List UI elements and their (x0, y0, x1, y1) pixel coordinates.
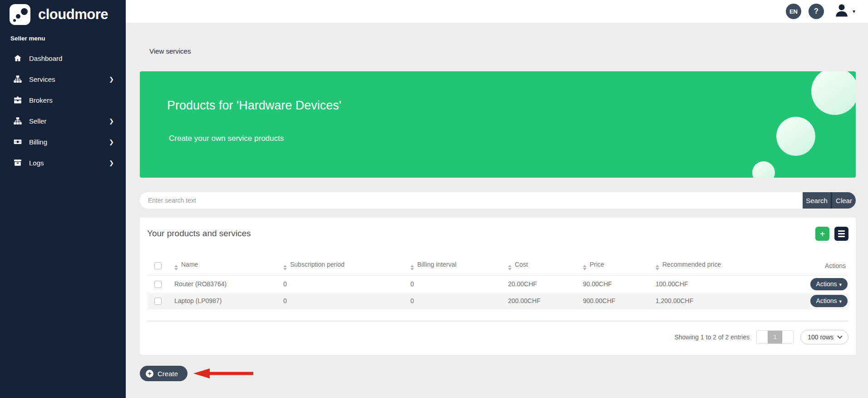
decorative-bubble (811, 71, 856, 115)
row-actions-button[interactable]: Actions▾ (810, 295, 848, 307)
rows-per-page-select[interactable]: 100 rows (800, 330, 848, 344)
list-icon (838, 230, 845, 232)
user-menu[interactable]: ▾ (834, 3, 855, 20)
pagination: Showing 1 to 2 of 2 entries 1 100 rows (147, 330, 848, 344)
create-row: + Create (140, 366, 856, 381)
sort-icon (656, 265, 659, 270)
products-table: Name Subscription period Billing interva… (147, 257, 848, 309)
briefcase-icon (14, 96, 22, 104)
column-header-price[interactable]: Price (583, 257, 656, 276)
sidebar-item-seller[interactable]: Seller ❯ (0, 110, 126, 131)
sidebar-item-label: Brokers (29, 96, 53, 104)
sidebar-item-services[interactable]: Services ❯ (0, 69, 126, 90)
chevron-down-icon (837, 333, 842, 338)
column-header-actions: Actions (764, 257, 848, 276)
cloudmore-logo-icon (10, 4, 30, 25)
row-actions-button[interactable]: Actions▾ (810, 278, 848, 290)
cell-billing-interval: 0 (410, 293, 508, 309)
cell-cost: 200.00CHF (508, 293, 583, 309)
add-product-button[interactable]: + (815, 227, 829, 241)
seller-menu-label: Seller menu (10, 35, 126, 42)
cell-recommended-price: 1,200.00CHF (656, 293, 764, 309)
previous-page-button[interactable] (757, 331, 768, 343)
cell-recommended-price: 100.00CHF (656, 276, 764, 293)
card-toolbar: + (815, 227, 848, 241)
help-button[interactable]: ? (809, 4, 824, 19)
caret-down-icon: ▾ (839, 298, 842, 304)
column-header-recommended-price[interactable]: Recommended price (656, 257, 764, 276)
sidebar-item-label: Seller (29, 117, 46, 125)
table-row: Laptop (LP0987) 0 0 200.00CHF 900.00CHF … (147, 293, 848, 309)
caret-down-icon: ▾ (839, 282, 842, 287)
chevron-right-icon: ❯ (109, 160, 114, 166)
table-header-row: Name Subscription period Billing interva… (147, 257, 848, 276)
current-page[interactable]: 1 (768, 331, 782, 343)
sidebar: cloudmore Seller menu Dashboard Services… (0, 0, 126, 398)
next-page-button[interactable] (782, 331, 793, 343)
column-header-name[interactable]: Name (174, 257, 283, 276)
page-content: View services Products for 'Hardware Dev… (126, 23, 868, 398)
home-icon (14, 54, 22, 62)
products-card: Your products and services + Name (140, 218, 856, 355)
topbar: EN ? ▾ (126, 0, 868, 23)
column-header-subscription-period[interactable]: Subscription period (283, 257, 410, 276)
avatar-icon (834, 3, 849, 20)
red-arrow-annotation (193, 367, 253, 380)
sidebar-item-label: Services (29, 75, 55, 83)
list-view-button[interactable] (834, 227, 848, 241)
page-subtitle: Create your own service products (169, 134, 284, 143)
clear-button[interactable]: Clear (831, 192, 856, 209)
cell-subscription-period: 0 (283, 276, 410, 293)
sort-icon (583, 265, 587, 270)
sidebar-item-dashboard[interactable]: Dashboard (0, 48, 126, 69)
card-title: Your products and services (147, 227, 251, 239)
row-checkbox[interactable] (154, 298, 162, 305)
sitemap-icon (14, 117, 22, 125)
sidebar-item-billing[interactable]: Billing ❯ (0, 131, 126, 152)
column-header-cost[interactable]: Cost (508, 257, 583, 276)
select-all-checkbox[interactable] (154, 262, 162, 269)
search-button[interactable]: Search (803, 192, 831, 209)
sidebar-item-brokers[interactable]: Brokers (0, 90, 126, 110)
pagination-summary: Showing 1 to 2 of 2 entries (674, 333, 750, 341)
cell-price: 90.00CHF (583, 276, 656, 293)
page-banner: Products for 'Hardware Devices' Create y… (140, 71, 856, 178)
cell-billing-interval: 0 (410, 276, 508, 293)
cell-price: 900.00CHF (583, 293, 656, 309)
search-bar: Search Clear (140, 192, 856, 209)
cell-name: Router (RO83764) (174, 276, 283, 293)
sidebar-item-logs[interactable]: Logs ❯ (0, 152, 126, 173)
table-footer-divider (147, 321, 848, 321)
card-header: Your products and services + (147, 218, 848, 241)
brand-wordmark: cloudmore (38, 6, 108, 23)
create-button[interactable]: + Create (140, 366, 187, 381)
sidebar-nav: Dashboard Services ❯ Brokers Seller ❯ (0, 48, 126, 173)
decorative-bubble (752, 161, 775, 178)
search-input[interactable] (140, 192, 803, 209)
caret-down-icon: ▾ (853, 8, 855, 15)
sitemap-icon (14, 75, 22, 83)
language-button[interactable]: EN (786, 4, 801, 19)
cell-subscription-period: 0 (283, 293, 410, 309)
sort-icon (283, 265, 287, 270)
row-checkbox[interactable] (154, 281, 162, 288)
money-icon (14, 138, 22, 146)
sort-icon (410, 265, 414, 270)
table-row: Router (RO83764) 0 0 20.00CHF 90.00CHF 1… (147, 276, 848, 293)
breadcrumb-view-services[interactable]: View services (149, 47, 191, 55)
column-header-billing-interval[interactable]: Billing interval (410, 257, 508, 276)
cell-name: Laptop (LP0987) (174, 293, 283, 309)
cell-cost: 20.00CHF (508, 276, 583, 293)
sort-icon (508, 265, 512, 270)
chevron-right-icon: ❯ (109, 118, 114, 124)
paginator: 1 (756, 330, 794, 344)
chevron-right-icon: ❯ (109, 76, 114, 82)
sidebar-item-label: Billing (29, 138, 47, 146)
decorative-bubble (776, 117, 815, 156)
page-title: Products for 'Hardware Devices' (167, 99, 341, 113)
sidebar-item-label: Dashboard (29, 55, 62, 62)
sidebar-item-label: Logs (29, 159, 44, 167)
chevron-right-icon: ❯ (109, 139, 114, 145)
archive-icon (14, 159, 22, 167)
brand-logo[interactable]: cloudmore (0, 0, 126, 25)
